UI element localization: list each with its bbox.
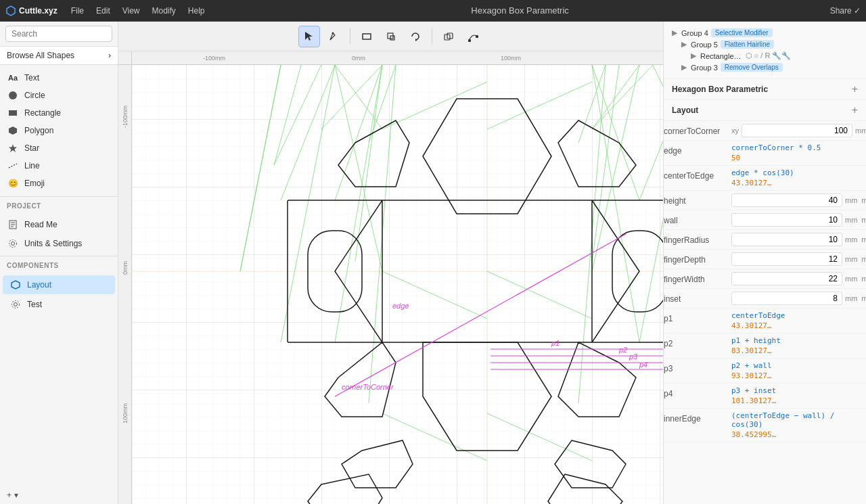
param-computed-p4: 101.30127… bbox=[731, 396, 866, 405]
ruler-v-label-100: 100mm bbox=[122, 403, 129, 423]
app-title: Cuttle.xyz bbox=[19, 6, 58, 16]
layout-add-button[interactable]: + bbox=[852, 104, 858, 116]
component-items: Layout Test bbox=[0, 272, 118, 486]
scale-tool-button[interactable] bbox=[380, 26, 402, 47]
svg-line-50 bbox=[274, 65, 321, 165]
tree-group3-label: Group 3 bbox=[691, 64, 718, 72]
menu-edit[interactable]: Edit bbox=[91, 5, 116, 17]
menu-help[interactable]: Help bbox=[183, 5, 210, 17]
canvas[interactable]: -100mm 0mm 100mm -100mm 0mm 100mm bbox=[118, 51, 663, 504]
rotate-tool-button[interactable] bbox=[405, 26, 426, 47]
shape-item-text[interactable]: Aa Text bbox=[0, 69, 118, 87]
shape-list: Aa Text Circle Rectangle Polygon bbox=[0, 65, 118, 197]
param-input-inset[interactable] bbox=[731, 292, 842, 305]
svg-line-45 bbox=[639, 65, 663, 200]
shape-item-star[interactable]: Star bbox=[0, 139, 118, 157]
param-values-centerToEdge: edge * cos(30) 43.30127… bbox=[731, 168, 866, 187]
svg-line-41 bbox=[281, 65, 335, 200]
tree-toggle-group4[interactable]: ▶ bbox=[672, 28, 679, 37]
param-input-fingerWidth[interactable] bbox=[731, 272, 842, 285]
menu-bar: File Edit View Modify Help bbox=[66, 5, 210, 17]
app-logo[interactable]: Cuttle.xyz bbox=[5, 5, 58, 16]
component-layout-icon bbox=[9, 279, 22, 291]
document-title: Hexagon Box Parametric bbox=[219, 5, 822, 16]
component-item-layout[interactable]: Layout bbox=[3, 275, 115, 294]
readme-icon bbox=[7, 219, 19, 231]
right-panel: ▶ Group 4 Selective Modifier ▶ Group 5 F… bbox=[663, 22, 866, 504]
param-input-wall[interactable] bbox=[731, 213, 842, 227]
param-row-p4: p4 p3 + inset 101.30127… bbox=[664, 384, 866, 409]
circle-icon bbox=[7, 89, 19, 101]
shape-label-line: Line bbox=[24, 161, 40, 170]
shape-item-line[interactable]: Line bbox=[0, 157, 118, 175]
param-name-p3: p3 bbox=[664, 361, 731, 373]
param-row-p3: p3 p2 + wall 93.30127… bbox=[664, 359, 866, 384]
emoji-icon: 😊 bbox=[7, 177, 19, 189]
star-icon bbox=[7, 142, 19, 154]
component-item-test[interactable]: Test bbox=[3, 295, 115, 314]
svg-point-16 bbox=[332, 32, 334, 34]
param-unit-select-inset[interactable]: mmin bbox=[859, 294, 866, 303]
node-tool-button[interactable] bbox=[462, 26, 484, 47]
tree-group4-tag[interactable]: Selective Modifier bbox=[711, 28, 773, 37]
param-computed-p1: 43.30127… bbox=[731, 321, 866, 330]
tree-toggle-rect[interactable]: ▶ bbox=[691, 51, 698, 60]
tree-group3-tag[interactable]: Remove Overlaps bbox=[721, 63, 783, 72]
param-input-fingerRadius[interactable] bbox=[731, 233, 842, 246]
project-item-readme[interactable]: Read Me bbox=[0, 215, 118, 234]
project-item-settings[interactable]: Units & Settings bbox=[0, 234, 118, 253]
share-button[interactable]: Share ✓ bbox=[830, 6, 861, 16]
param-values-fingerRadius: mm mmin bbox=[731, 233, 866, 246]
svg-point-13 bbox=[14, 303, 18, 306]
svg-rect-23 bbox=[468, 39, 471, 42]
shape-item-emoji[interactable]: 😊 Emoji bbox=[0, 175, 118, 192]
select-tool-button[interactable] bbox=[298, 26, 320, 47]
param-formula-p2: p1 + height bbox=[731, 336, 866, 345]
project-item-readme-label: Read Me bbox=[24, 220, 58, 229]
svg-line-55 bbox=[369, 65, 396, 143]
canvas-label-edge: edge bbox=[392, 302, 409, 310]
param-input-height[interactable] bbox=[731, 193, 842, 207]
svg-line-44 bbox=[240, 65, 281, 271]
param-unit-select-fingerWidth[interactable]: mmin bbox=[859, 274, 866, 283]
rect-tool-button[interactable] bbox=[356, 26, 378, 47]
canvas-label-p3: p3 bbox=[629, 352, 638, 361]
param-input-cornerToCorner[interactable] bbox=[742, 124, 852, 137]
shape-label-circle: Circle bbox=[24, 91, 45, 100]
svg-line-46 bbox=[639, 65, 663, 342]
menu-modify[interactable]: Modify bbox=[147, 5, 181, 17]
param-unit-select-fingerRadius[interactable]: mmin bbox=[859, 235, 866, 244]
param-row-p2: p2 p1 + height 83.30127… bbox=[664, 334, 866, 359]
svg-line-57 bbox=[355, 65, 382, 261]
tree-toggle-group3[interactable]: ▶ bbox=[681, 63, 688, 72]
tree-toggle-group5[interactable]: ▶ bbox=[681, 40, 688, 49]
param-unit-select-height[interactable]: mmin bbox=[859, 196, 866, 205]
param-name-fingerDepth: fingerDepth bbox=[664, 252, 731, 265]
boolean-tool-button[interactable] bbox=[438, 26, 459, 47]
svg-point-11 bbox=[9, 240, 17, 248]
component-add-button[interactable]: + bbox=[852, 83, 858, 95]
param-values-innerEdge: (centerToEdge − wall) /cos(30) 38.452995… bbox=[731, 411, 866, 439]
shape-item-circle[interactable]: Circle bbox=[0, 87, 118, 104]
shape-item-rectangle[interactable]: Rectangle bbox=[0, 104, 118, 122]
component-name: Hexagon Box Parametric bbox=[672, 85, 768, 94]
param-name-centerToEdge: centerToEdge bbox=[664, 168, 731, 181]
shape-item-polygon[interactable]: Polygon bbox=[0, 122, 118, 139]
param-input-fingerDepth[interactable] bbox=[731, 252, 842, 266]
canvas-label-p4: p4 bbox=[639, 361, 647, 369]
tree-group4: ▶ Group 4 Selective Modifier bbox=[672, 27, 858, 39]
svg-marker-72 bbox=[342, 440, 413, 488]
param-values-p2: p1 + height 83.30127… bbox=[731, 336, 866, 355]
pen-tool-button[interactable] bbox=[323, 26, 344, 47]
menu-file[interactable]: File bbox=[66, 5, 89, 17]
svg-point-14 bbox=[12, 301, 20, 308]
browse-shapes-button[interactable]: Browse All Shapes › bbox=[0, 47, 118, 65]
menu-view[interactable]: View bbox=[117, 5, 145, 17]
toolbar-separator-2 bbox=[432, 28, 432, 45]
param-name-wall: wall bbox=[664, 213, 731, 225]
param-unit-select-fingerDepth[interactable]: mmin bbox=[859, 254, 866, 264]
tree-group5-tag[interactable]: Flatten Hairline bbox=[721, 40, 774, 49]
param-unit-select-wall[interactable]: mmin bbox=[859, 215, 866, 225]
add-component-button[interactable]: + ▾ bbox=[0, 486, 118, 504]
search-input[interactable] bbox=[5, 26, 112, 42]
